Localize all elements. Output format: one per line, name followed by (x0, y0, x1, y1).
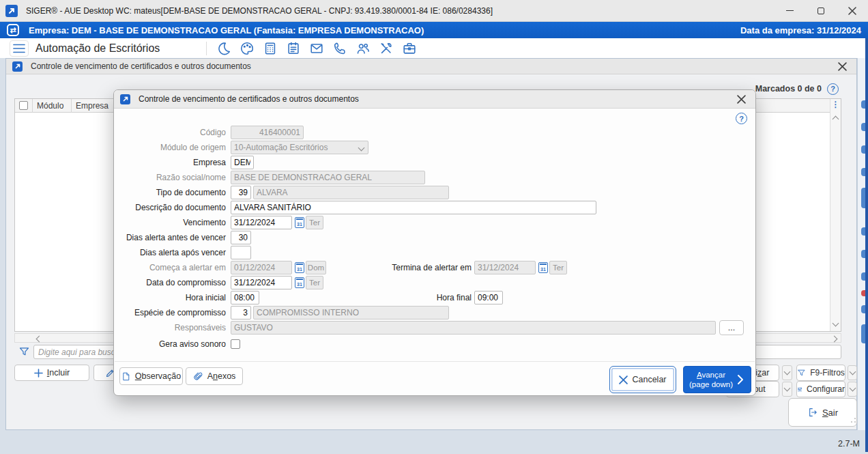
scroll-left-icon[interactable] (36, 336, 43, 343)
phone-icon[interactable] (328, 39, 351, 57)
aviso-sonoro-label: Gera aviso sonoro (114, 337, 226, 351)
scroll-down-icon[interactable] (833, 320, 839, 327)
mdi-close-button[interactable] (835, 60, 850, 73)
column-options-icon[interactable]: ⋮ (830, 100, 841, 109)
mdi-titlebar: Controle de vencimento de certificados e… (6, 59, 856, 74)
anexos-label: Anexos (207, 371, 236, 381)
dias-apos-label: Dias alerta após vencer (114, 246, 226, 259)
razao-social-label: Razão social/nome (114, 171, 226, 184)
responsaveis-more-button[interactable]: ... (719, 320, 744, 335)
vencimento-input[interactable] (231, 216, 292, 229)
row-tipo-documento: Tipo de documento ALVARA (114, 186, 755, 199)
cancelar-button[interactable]: Cancelar (609, 366, 676, 393)
calendar-icon[interactable]: 31 (295, 262, 304, 273)
especie-code-input[interactable] (231, 306, 251, 320)
select-all-checkbox[interactable] (19, 101, 28, 110)
theme-palette-icon[interactable] (235, 39, 259, 57)
dias-antes-input[interactable] (231, 231, 251, 244)
row-modulo-origem: Módulo de origem 10-Automação Escritório… (114, 141, 755, 154)
close-icon (737, 95, 746, 104)
observacao-button[interactable]: Observação (119, 367, 183, 385)
row-vencimento: Vencimento 31 Ter (114, 216, 755, 229)
calculator-icon[interactable] (259, 39, 282, 57)
table-vertical-scrollbar[interactable]: ⋮ (830, 99, 841, 331)
exit-icon (807, 407, 818, 418)
descricao-input[interactable] (231, 201, 596, 214)
calendar-icon[interactable]: 31 (295, 277, 304, 288)
mail-icon[interactable] (305, 39, 328, 57)
row-horas: Hora inicial Hora final (114, 291, 755, 304)
razao-social-input: BASE DE DEMONSTRACAO GERAL (231, 171, 425, 184)
data-compromisso-label: Data do compromisso (114, 276, 226, 289)
anexos-button[interactable]: Anexos (186, 367, 243, 385)
mdi-window-icon (12, 61, 23, 72)
calendar-icon[interactable]: 31 (538, 262, 548, 273)
paperclip-icon (193, 371, 203, 382)
mdi-window-title: Controle de vencimento de certificados e… (31, 61, 251, 71)
cutoff-side-panel (857, 58, 865, 430)
toolbar-divider (206, 42, 207, 55)
company-date: Data da empresa: 31/12/2024 (740, 25, 861, 36)
window-right-edge (865, 38, 868, 452)
configurar-button[interactable]: Configurar (796, 381, 845, 397)
dias-apos-input[interactable] (231, 246, 251, 259)
hora-final-input[interactable] (474, 291, 503, 304)
close-icon (848, 7, 856, 15)
help-icon[interactable]: ? (827, 83, 839, 95)
modulo-origem-select: 10-Automação Escritórios (231, 141, 368, 154)
row-alertas: Começa a alertar em 01/12/2024 31 Dom Te… (114, 261, 755, 274)
especie-label: Espécie de compromisso (114, 306, 226, 320)
comeca-alertar-input: 01/12/2024 (231, 261, 292, 274)
termina-alertar-input: 31/12/2024 (474, 261, 536, 274)
tools-icon[interactable] (375, 39, 398, 57)
chevron-right-icon (736, 373, 745, 386)
x-icon (619, 375, 628, 384)
comeca-alertar-weekday: Dom (306, 261, 326, 274)
calendar-icon[interactable]: 31 (295, 217, 304, 228)
document-icon (121, 371, 131, 382)
funnel-icon (797, 369, 806, 378)
scroll-up-icon[interactable] (833, 116, 839, 123)
row-codigo: Código 416400001 (114, 126, 755, 139)
data-compromisso-input[interactable] (231, 276, 292, 289)
chevron-down-icon (784, 385, 791, 392)
scroll-right-icon[interactable] (831, 336, 838, 343)
atualizar-dropdown[interactable] (782, 365, 792, 380)
night-mode-icon[interactable] (212, 39, 235, 57)
dialog-help-icon[interactable]: ? (736, 113, 747, 124)
incluir-button[interactable]: Incluir (14, 365, 89, 381)
tipo-documento-code-input[interactable] (231, 186, 251, 199)
tipo-documento-desc: ALVARA (253, 186, 449, 199)
plus-icon (34, 369, 43, 378)
module-title: Automação de Escritórios (35, 42, 160, 55)
descricao-label: Descrição do documento (114, 201, 226, 214)
f9-filtros-button[interactable]: F9-Filtros (796, 365, 845, 381)
empresa-input[interactable] (231, 156, 254, 169)
filter-funnel-icon (18, 345, 30, 358)
menu-hamburger-icon[interactable] (10, 40, 29, 57)
minimize-button[interactable] (774, 0, 805, 21)
briefcase-icon[interactable] (398, 39, 421, 57)
column-divider (32, 99, 33, 113)
close-window-button[interactable] (837, 0, 868, 21)
row-empresa: Empresa (114, 156, 755, 169)
hora-inicial-input[interactable] (231, 291, 259, 304)
dialog-title: Controle de vencimento de certificados e… (139, 94, 359, 104)
layout-dropdown[interactable] (782, 382, 792, 397)
row-dias-antes: Dias alerta antes de vencer (114, 231, 755, 244)
resize-grip[interactable] (851, 421, 852, 423)
contacts-icon[interactable] (351, 39, 375, 57)
aviso-sonoro-checkbox[interactable] (231, 339, 240, 349)
dialog-footer-divider (115, 361, 755, 362)
configurar-dropdown[interactable] (848, 382, 857, 397)
sair-button[interactable]: Sair (788, 398, 857, 427)
dialog-close-button[interactable] (734, 93, 749, 106)
maximize-button[interactable] (805, 0, 837, 21)
hora-inicial-label: Hora inicial (114, 291, 226, 304)
f9-filtros-dropdown[interactable] (848, 365, 857, 380)
avancar-button[interactable]: Avançar (page down) (683, 366, 751, 393)
chevron-down-icon (849, 385, 856, 392)
notes-icon[interactable] (282, 39, 305, 57)
company-switch-icon[interactable]: ⇄ (7, 24, 19, 36)
dialog-icon (120, 94, 130, 104)
